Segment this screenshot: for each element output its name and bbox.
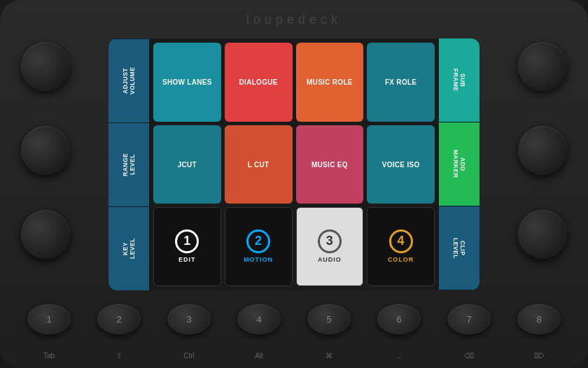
button-music-eq[interactable]: MUSIC EQ [296, 125, 364, 204]
brand-logo: loupedeck [246, 13, 342, 27]
grid-row-3: 1 EDIT 2 MOTION 3 AUDIO 4 COLOR [153, 207, 435, 286]
label-ctrl: Ctrl [167, 352, 211, 360]
right-labels: SUBFRAME ADDMARKER CLIPLEVEL [439, 38, 479, 290]
key-7[interactable]: 7 [447, 304, 491, 334]
left-label-adjust-volume[interactable]: ADJUSTVOLUME [108, 38, 149, 122]
key-3[interactable]: 3 [167, 304, 211, 334]
audio-label: AUDIO [318, 256, 342, 264]
bottom-labels-row: Tab ⇧ Ctrl Alt ⌘ ⎵ ⌫ ⌦ [14, 352, 574, 360]
label-cmd: ⌘ [307, 352, 351, 360]
key-6[interactable]: 6 [377, 304, 421, 334]
key-2[interactable]: 2 [97, 304, 141, 334]
right-label-clip-level[interactable]: CLIPLEVEL [439, 206, 479, 290]
edit-label: EDIT [178, 256, 196, 264]
label-alt: Alt [237, 352, 281, 360]
motion-label: MOTION [244, 256, 273, 264]
button-edit[interactable]: 1 EDIT [153, 207, 221, 286]
button-music-role[interactable]: MUSIC ROLE [296, 43, 364, 122]
left-label-key-level[interactable]: KEYLEVEL [108, 206, 149, 290]
knob-mid-right[interactable] [518, 126, 567, 175]
knob-mid-left[interactable] [21, 126, 70, 175]
button-color[interactable]: 4 COLOR [367, 207, 435, 286]
knob-bot-left[interactable] [21, 210, 70, 259]
button-show-lanes[interactable]: SHOW LANES [153, 43, 221, 122]
label-del: ⌫ [447, 352, 491, 360]
key-5[interactable]: 5 [307, 304, 351, 334]
button-jcut[interactable]: JCUT [153, 125, 221, 204]
button-motion[interactable]: 2 MOTION [225, 207, 293, 286]
label-backspace: ⌦ [517, 352, 561, 360]
button-fx-role[interactable]: FX ROLE [367, 43, 435, 122]
grid-row-2: JCUT L CUT MUSIC EQ VOICE ISO [153, 125, 435, 204]
audio-circle: 3 [318, 229, 342, 253]
key-8[interactable]: 8 [517, 304, 561, 334]
color-circle: 4 [389, 229, 413, 253]
button-audio[interactable]: 3 AUDIO [296, 207, 364, 286]
color-label: COLOR [388, 256, 414, 264]
label-shift: ⇧ [97, 352, 141, 360]
button-dialogue[interactable]: DIALOGUE [225, 43, 293, 122]
device-body: loupedeck ADJUSTVOLUME RANGELEVEL KEYLEV… [0, 0, 588, 368]
key-1[interactable]: 1 [27, 304, 71, 334]
motion-circle: 2 [246, 229, 270, 253]
edit-circle: 1 [175, 229, 199, 253]
button-voice-iso[interactable]: VOICE ISO [367, 125, 435, 204]
knob-top-left[interactable] [21, 42, 70, 91]
right-label-add-marker[interactable]: ADDMARKER [439, 122, 479, 206]
left-label-range-level[interactable]: RANGELEVEL [108, 122, 149, 206]
label-tab: Tab [27, 352, 71, 360]
left-labels: ADJUSTVOLUME RANGELEVEL KEYLEVEL [108, 38, 149, 290]
grid-row-1: SHOW LANES DIALOGUE MUSIC ROLE FX ROLE [153, 43, 435, 122]
screen: ADJUSTVOLUME RANGELEVEL KEYLEVEL SHOW LA… [108, 38, 479, 290]
right-label-sub-frame[interactable]: SUBFRAME [439, 38, 479, 122]
button-grid: SHOW LANES DIALOGUE MUSIC ROLE FX ROLE J… [149, 38, 439, 290]
bottom-keys-row: 1 2 3 4 5 6 7 8 [14, 304, 574, 334]
label-space: ⎵ [377, 352, 421, 360]
knob-top-right[interactable] [518, 42, 567, 91]
button-lcut[interactable]: L CUT [225, 125, 293, 204]
key-4[interactable]: 4 [237, 304, 281, 334]
knob-bot-right[interactable] [518, 210, 567, 259]
